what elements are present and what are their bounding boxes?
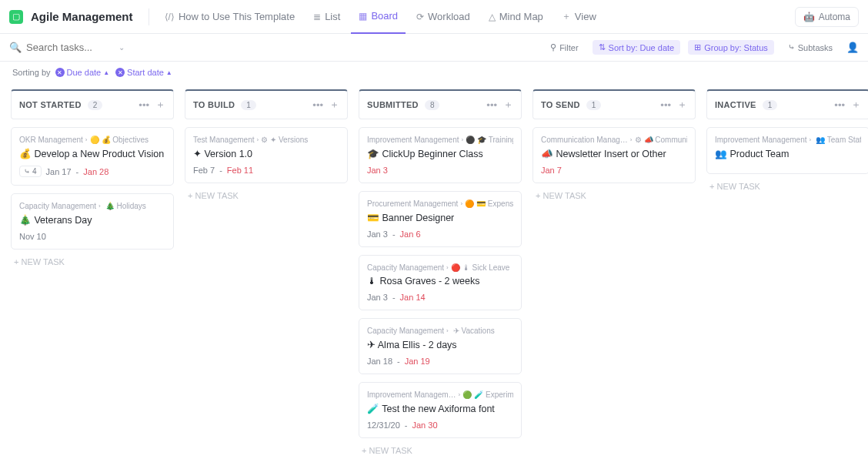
tab-icon: ▦ xyxy=(359,11,367,22)
more-icon[interactable]: ••• xyxy=(312,99,323,111)
column-count: 1 xyxy=(763,100,778,110)
more-icon[interactable]: ••• xyxy=(834,99,845,111)
column-name: INACTIVE xyxy=(715,100,756,109)
add-task-icon[interactable]: ＋ xyxy=(677,98,687,112)
subtasks-button[interactable]: ⤷Subtasks xyxy=(782,40,839,55)
more-icon[interactable]: ••• xyxy=(660,99,671,111)
task-card[interactable]: Communication Manag…›⚙📣 Communica…📣 News… xyxy=(532,127,696,183)
add-task-icon[interactable]: ＋ xyxy=(503,98,513,112)
sort-chip[interactable]: ✕Due date ▲ xyxy=(55,68,110,77)
task-card[interactable]: Improvement Management›⚫🎓 Trainings🎓 Cli… xyxy=(359,127,522,183)
task-meta: 12/31/20 - Jan 30 xyxy=(367,420,513,430)
tab-list[interactable]: ≣List xyxy=(305,0,348,34)
more-icon[interactable]: ••• xyxy=(486,99,497,111)
top-bar: ▢ Agile Management ⟨/⟩How to Use This Te… xyxy=(0,0,868,34)
breadcrumb: Procurement Management›🟠💳 Expenses xyxy=(367,199,513,208)
column-count: 1 xyxy=(586,100,602,110)
column-not-started: NOT STARTED2•••＋OKR Management›🟡💰 Object… xyxy=(11,89,174,459)
task-meta: Jan 3 - Jan 6 xyxy=(367,230,513,239)
add-view-button[interactable]: ＋View xyxy=(554,0,604,34)
task-card[interactable]: Capacity Management›🎄 Holidays🎄 Veterans… xyxy=(11,193,174,250)
column-header[interactable]: SUBMITTED8•••＋ xyxy=(359,89,522,119)
task-meta: Jan 3 xyxy=(367,166,513,175)
task-title: 💰 Develop a New Product Vision xyxy=(19,148,165,159)
add-task-icon[interactable]: ＋ xyxy=(851,98,861,112)
chevron-down-icon[interactable]: ⌄ xyxy=(119,43,125,52)
column-submitted: SUBMITTED8•••＋Improvement Management›⚫🎓 … xyxy=(359,89,522,459)
breadcrumb: Capacity Management›🎄 Holidays xyxy=(19,202,165,210)
column-to-send: TO SEND1•••＋Communication Manag…›⚙📣 Comm… xyxy=(532,89,696,459)
add-task-icon[interactable]: ＋ xyxy=(329,98,339,112)
sort-icon: ⇅ xyxy=(599,42,606,52)
tab-how-to-use-this-template[interactable]: ⟨/⟩How to Use This Template xyxy=(157,0,303,34)
task-card[interactable]: Procurement Management›🟠💳 Expenses💳 Bann… xyxy=(359,191,522,247)
tab-board[interactable]: ▦Board xyxy=(351,0,406,34)
task-meta: Jan 18 - Jan 19 xyxy=(367,357,513,366)
group-button[interactable]: ⊞Group by: Status xyxy=(688,40,774,55)
task-meta: Jan 7 xyxy=(541,166,687,175)
close-icon[interactable]: ✕ xyxy=(115,68,125,77)
sort-chip[interactable]: ✕Start date ▲ xyxy=(115,68,172,77)
tab-workload[interactable]: ⟳Workload xyxy=(409,0,478,34)
more-icon[interactable]: ••• xyxy=(139,99,149,111)
new-task-button[interactable]: + NEW TASK xyxy=(532,183,696,208)
task-title: ✦ Version 1.0 xyxy=(193,148,339,159)
search-icon: 🔍 xyxy=(9,42,22,53)
add-task-icon[interactable]: ＋ xyxy=(155,98,165,112)
plus-icon: ＋ xyxy=(562,10,571,23)
task-meta: Nov 10 xyxy=(19,232,165,241)
task-title: 🧪 Test the new Axiforma font xyxy=(367,403,513,414)
breadcrumb: Capacity Management›✈ Vacations xyxy=(367,327,513,335)
task-card[interactable]: Capacity Management›🔴🌡 Sick Leave🌡 Rosa … xyxy=(359,255,522,310)
column-count: 8 xyxy=(425,100,440,110)
column-inactive: INACTIVE1•••＋Improvement Management›👥 Te… xyxy=(706,89,868,459)
add-view-label: View xyxy=(575,11,596,22)
board-container: NOT STARTED2•••＋OKR Management›🟡💰 Object… xyxy=(0,83,868,459)
tab-icon: △ xyxy=(489,12,496,22)
task-card[interactable]: OKR Management›🟡💰 Objectives💰 Develop a … xyxy=(11,127,174,186)
filter-bar: 🔍 ⌄ ⚲Filter ⇅Sort by: Due date ⊞Group by… xyxy=(0,34,868,62)
search-input[interactable] xyxy=(26,42,111,53)
column-count: 2 xyxy=(88,100,103,110)
tab-icon: ⟨/⟩ xyxy=(165,12,175,22)
task-card[interactable]: Capacity Management›✈ Vacations✈ Alma El… xyxy=(359,318,522,374)
column-header[interactable]: INACTIVE1•••＋ xyxy=(706,89,868,119)
new-task-button[interactable]: + NEW TASK xyxy=(706,174,868,199)
task-title: ✈ Alma Ellis - 2 days xyxy=(367,339,513,350)
breadcrumb: Capacity Management›🔴🌡 Sick Leave xyxy=(367,263,513,272)
breadcrumb: Improvement Managem…›🟢🧪 Experime… xyxy=(367,390,513,399)
filter-icon: ⚲ xyxy=(550,42,556,52)
tab-label: Mind Map xyxy=(499,11,543,22)
column-header[interactable]: NOT STARTED2•••＋ xyxy=(11,89,174,119)
tab-icon: ≣ xyxy=(313,12,321,22)
space-title: Agile Management xyxy=(31,10,133,23)
task-meta: Feb 7 - Feb 11 xyxy=(193,166,339,175)
tab-mind-map[interactable]: △Mind Map xyxy=(481,0,551,34)
column-name: TO BUILD xyxy=(193,100,235,109)
robot-icon: 🤖 xyxy=(803,12,815,22)
space-logo-icon: ▢ xyxy=(9,10,23,24)
column-name: NOT STARTED xyxy=(19,100,82,109)
sorting-row: Sorting by ✕Due date ▲✕Start date ▲ xyxy=(0,62,868,83)
new-task-button[interactable]: + NEW TASK xyxy=(11,250,174,274)
task-card[interactable]: Test Management›⚙✦ Versions✦ Version 1.0… xyxy=(185,127,348,183)
task-title: 👥 Product Team xyxy=(715,148,861,159)
new-task-button[interactable]: + NEW TASK xyxy=(359,438,522,459)
column-header[interactable]: TO SEND1•••＋ xyxy=(532,89,696,119)
search-wrap: 🔍 ⌄ xyxy=(9,42,140,53)
person-icon[interactable]: 👤 xyxy=(846,42,859,53)
automations-button[interactable]: 🤖Automa xyxy=(795,7,859,27)
sort-button[interactable]: ⇅Sort by: Due date xyxy=(593,40,681,55)
filter-button[interactable]: ⚲Filter xyxy=(544,40,584,55)
task-title: 🎄 Veterans Day xyxy=(19,214,165,226)
task-card[interactable]: Improvement Managem…›🟢🧪 Experime…🧪 Test … xyxy=(359,382,522,438)
new-task-button[interactable]: + NEW TASK xyxy=(185,183,348,208)
breadcrumb: Communication Manag…›⚙📣 Communica… xyxy=(541,136,687,144)
close-icon[interactable]: ✕ xyxy=(55,68,65,77)
column-name: SUBMITTED xyxy=(367,100,419,109)
tab-icon: ⟳ xyxy=(416,12,424,22)
divider xyxy=(149,8,149,25)
sorting-label: Sorting by xyxy=(12,68,51,77)
column-header[interactable]: TO BUILD1•••＋ xyxy=(185,89,348,119)
task-card[interactable]: Improvement Management›👥 Team Status👥 Pr… xyxy=(706,127,868,174)
